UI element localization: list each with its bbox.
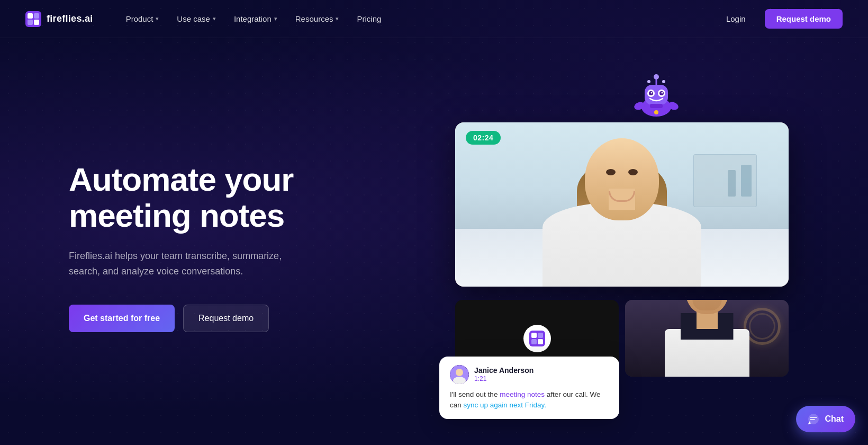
nav-usecase[interactable]: Use case ▾ xyxy=(169,10,223,28)
video-panels: 02:24 Janice Anderson 1:21 xyxy=(455,122,789,377)
integration-chevron-icon: ▾ xyxy=(274,15,277,22)
nav-links: Product ▾ Use case ▾ Integration ▾ Resou… xyxy=(119,10,718,28)
hero-subtitle: Fireflies.ai helps your team transcribe,… xyxy=(69,248,302,279)
nav-resources[interactable]: Resources ▾ xyxy=(288,10,347,28)
svg-rect-1 xyxy=(28,13,33,19)
svg-rect-27 xyxy=(538,333,543,338)
hero-request-demo-button[interactable]: Request demo xyxy=(183,305,269,332)
nav-integration[interactable]: Integration ▾ xyxy=(227,10,285,28)
product-chevron-icon: ▾ xyxy=(156,15,159,22)
hero-section: Automate your meeting notes Fireflies.ai… xyxy=(0,38,868,445)
hero-buttons: Get started for free Request demo xyxy=(69,305,344,332)
get-started-button[interactable]: Get started for free xyxy=(69,305,175,332)
svg-rect-4 xyxy=(34,20,39,25)
chat-widget-icon xyxy=(808,413,819,425)
shelf-item2 xyxy=(728,170,736,197)
chat-sender-name: Janice Anderson xyxy=(474,366,534,375)
chat-widget-label: Chat xyxy=(825,414,844,424)
timer-badge: 02:24 xyxy=(466,131,501,145)
svg-point-14 xyxy=(662,92,663,94)
svg-point-23 xyxy=(456,369,463,376)
svg-rect-29 xyxy=(538,339,543,344)
request-demo-button[interactable]: Request demo xyxy=(765,9,843,29)
shelf-item1 xyxy=(741,165,752,197)
logo-text: fireflies.ai xyxy=(47,13,93,24)
notetaker-icon xyxy=(523,325,551,352)
logo[interactable]: fireflies.ai xyxy=(25,11,93,27)
navigation: fireflies.ai Product ▾ Use case ▾ Integr… xyxy=(0,0,868,38)
nav-pricing[interactable]: Pricing xyxy=(349,10,388,28)
left-eye xyxy=(606,169,616,175)
svg-rect-3 xyxy=(28,20,33,25)
nav-right: Login Request demo xyxy=(718,9,843,29)
svg-rect-25 xyxy=(529,331,545,346)
hero-content: Automate your meeting notes Fireflies.ai… xyxy=(69,151,344,332)
right-eye xyxy=(628,169,638,175)
login-button[interactable]: Login xyxy=(718,10,754,28)
hero-visual: 02:24 Janice Anderson 1:21 xyxy=(344,38,799,445)
nav-product[interactable]: Product ▾ xyxy=(119,10,167,28)
svg-rect-2 xyxy=(34,13,39,19)
resources-chevron-icon: ▾ xyxy=(336,15,339,22)
chat-widget[interactable]: Chat xyxy=(796,406,855,432)
chat-timestamp: 1:21 xyxy=(474,375,534,382)
robot-mascot xyxy=(630,70,683,123)
svg-point-13 xyxy=(651,92,653,94)
chat-bubble-header: Janice Anderson 1:21 xyxy=(450,365,609,384)
svg-point-20 xyxy=(654,110,658,114)
usecase-chevron-icon: ▾ xyxy=(213,15,216,22)
person2-panel xyxy=(625,300,789,377)
svg-rect-26 xyxy=(531,333,537,338)
svg-point-30 xyxy=(808,414,819,424)
chat-message: I'll send out the meeting notes after ou… xyxy=(450,389,609,411)
chat-meta: Janice Anderson 1:21 xyxy=(474,366,534,382)
svg-rect-28 xyxy=(531,339,537,344)
svg-point-18 xyxy=(662,80,665,83)
svg-rect-19 xyxy=(650,104,663,108)
chat-avatar xyxy=(450,365,469,384)
svg-rect-0 xyxy=(25,11,41,27)
chat-bubble: Janice Anderson 1:21 I'll send out the m… xyxy=(439,357,619,420)
svg-point-16 xyxy=(654,74,659,79)
top-video-panel: 02:24 xyxy=(455,122,789,287)
hero-title: Automate your meeting notes xyxy=(69,162,344,234)
svg-point-17 xyxy=(647,80,650,83)
logo-icon xyxy=(25,11,41,27)
ring-light-inner xyxy=(749,313,775,340)
